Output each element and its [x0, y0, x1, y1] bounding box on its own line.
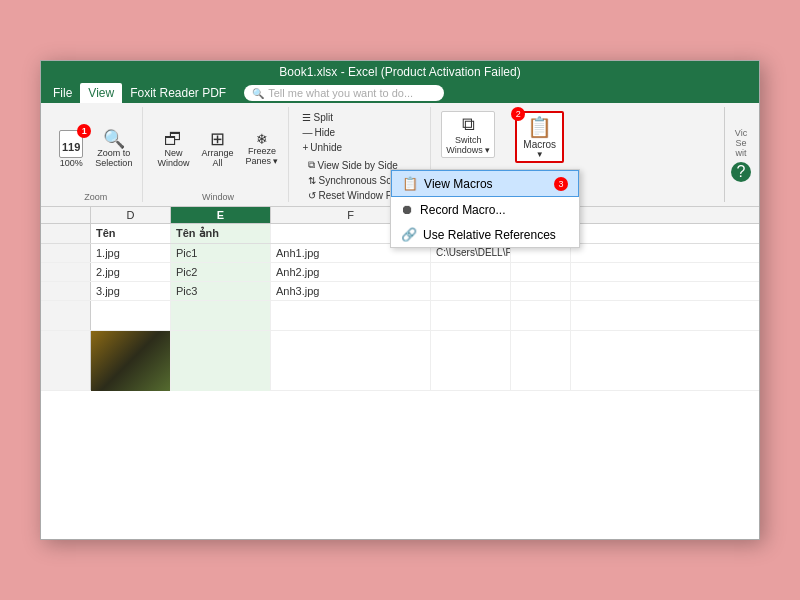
menu-foxit[interactable]: Foxit Reader PDF: [122, 83, 234, 103]
cell-d2[interactable]: 2.jpg: [91, 263, 171, 281]
search-icon: 🔍: [252, 88, 264, 99]
relative-ref-icon: 🔗: [401, 227, 417, 242]
freeze-panes-button[interactable]: ❄ Freeze Panes ▾: [241, 130, 282, 168]
menu-bar: File View Foxit Reader PDF 🔍 Tell me wha…: [41, 83, 759, 103]
table-row: 3.jpg Pic3 Anh3.jpg: [41, 282, 759, 301]
hide-button[interactable]: — Hide: [299, 126, 345, 139]
right-hint-panel: VicSewit ?: [724, 107, 751, 202]
view-macros-label: View Macros: [424, 177, 492, 191]
macros-label: Macros: [523, 139, 556, 150]
new-window-label2: Window: [157, 158, 189, 168]
unhide-icon: +: [302, 142, 308, 153]
macros-button[interactable]: 2 📋 Macros ▼: [515, 111, 564, 163]
menu-file[interactable]: File: [45, 83, 80, 103]
view-side-label: View Side by Side: [317, 160, 397, 171]
ribbon-group-macros: 2 📋 Macros ▼ 📋 View Macros 3 ⏺ Record Ma…: [509, 107, 570, 202]
window-title: Book1.xlsx - Excel (Product Activation F…: [279, 65, 520, 79]
search-box[interactable]: 🔍 Tell me what you want to do...: [244, 85, 444, 101]
zoom-percent: 100%: [60, 158, 83, 168]
image-preview-cell-g: [431, 331, 511, 391]
sync-scroll-icon: ⇅: [308, 175, 316, 186]
row-num-1: [41, 244, 91, 262]
search-placeholder: Tell me what you want to do...: [268, 87, 413, 99]
record-macro-icon: ⏺: [401, 202, 414, 217]
badge-1: 1: [77, 124, 91, 138]
arrange-all-icon: ⊞: [210, 130, 225, 148]
cell-e2[interactable]: Pic2: [171, 263, 271, 281]
macros-dropdown: 📋 View Macros 3 ⏺ Record Macro... 🔗 Use …: [390, 169, 580, 248]
view-side-icon: ⧉: [308, 159, 315, 171]
image-preview-cell-f: [271, 331, 431, 391]
zoom-buttons: 119 100% 1 🔍 Zoom to Selection: [55, 107, 136, 190]
view-macros-icon: 📋: [402, 176, 418, 191]
arrange-all-label2: All: [212, 158, 222, 168]
record-macro-label: Record Macro...: [420, 203, 505, 217]
window-group-label: Window: [202, 192, 234, 202]
switch-windows-label: SwitchWindows ▾: [446, 135, 490, 155]
row-num-3: [41, 282, 91, 300]
col-header-d[interactable]: D: [91, 207, 171, 223]
cell-empty-g[interactable]: [431, 301, 511, 330]
ribbon-group-zoom: 119 100% 1 🔍 Zoom to Selection Zoom: [49, 107, 143, 202]
image-preview-cell-rest: [511, 331, 571, 391]
help-button[interactable]: ?: [731, 162, 751, 182]
header-cell-e[interactable]: Tên ảnh: [171, 224, 271, 243]
cell-f2[interactable]: Anh2.jpg: [271, 263, 431, 281]
cell-e3[interactable]: Pic3: [171, 282, 271, 300]
new-window-label: New: [164, 148, 182, 158]
cell-empty-e[interactable]: [171, 301, 271, 330]
spreadsheet-rows: Tên Tên ảnh 1.jpg Pic1 Anh1.jpg C:\Users…: [41, 224, 759, 539]
freeze-panes-label: Freeze: [248, 146, 276, 156]
cell-e1[interactable]: Pic1: [171, 244, 271, 262]
table-row: 2.jpg Pic2 Anh2.jpg: [41, 263, 759, 282]
menu-view[interactable]: View: [80, 83, 122, 103]
cell-empty-d[interactable]: [91, 301, 171, 330]
freeze-panes-label2: Panes ▾: [245, 156, 278, 166]
record-macro-item[interactable]: ⏺ Record Macro...: [391, 197, 579, 222]
excel-window: Book1.xlsx - Excel (Product Activation F…: [40, 60, 760, 540]
image-row-num: [41, 331, 91, 390]
spreadsheet-area: D E F G Tên Tên ảnh 1.jpg Pic1 Anh1.jp: [41, 207, 759, 539]
col-header-e[interactable]: E: [171, 207, 271, 223]
row-num-2: [41, 263, 91, 281]
new-window-icon: 🗗: [164, 130, 182, 148]
switch-windows-button[interactable]: ⧉ SwitchWindows ▾: [441, 111, 495, 158]
table-row-empty: [41, 301, 759, 331]
cell-g3[interactable]: [431, 282, 511, 300]
cell-rest3: [511, 282, 571, 300]
window-action-buttons: 🗗 New Window ⊞ Arrange All ❄ Freeze Pane…: [153, 107, 282, 190]
header-row-num: [41, 224, 91, 243]
row-num-empty: [41, 301, 91, 330]
split-icon: ☰: [302, 112, 311, 123]
arrange-all-button[interactable]: ⊞ Arrange All: [197, 128, 237, 170]
zoom-button[interactable]: 119 100% 1: [55, 128, 87, 170]
unhide-button[interactable]: + Unhide: [299, 141, 345, 154]
zoom-group-label: Zoom: [84, 192, 107, 202]
zoom-to-icon: 🔍: [103, 130, 125, 148]
zoom-to-selection-button[interactable]: 🔍 Zoom to Selection: [91, 128, 136, 170]
cell-g2[interactable]: [431, 263, 511, 281]
hide-icon: —: [302, 127, 312, 138]
ribbon-group-window-btns: 🗗 New Window ⊞ Arrange All ❄ Freeze Pane…: [147, 107, 289, 202]
row-num-header: [41, 207, 91, 223]
reset-pos-icon: ↺: [308, 190, 316, 201]
image-preview-cell-e: [171, 331, 271, 391]
cell-empty-rest: [511, 301, 571, 330]
cell-f3[interactable]: Anh3.jpg: [271, 282, 431, 300]
view-macros-item[interactable]: 📋 View Macros 3: [391, 170, 579, 197]
use-relative-references-item[interactable]: 🔗 Use Relative References: [391, 222, 579, 247]
header-cell-d[interactable]: Tên: [91, 224, 171, 243]
selection-label: Selection: [95, 158, 132, 168]
hide-label: Hide: [314, 127, 335, 138]
title-bar: Book1.xlsx - Excel (Product Activation F…: [41, 61, 759, 83]
new-window-button[interactable]: 🗗 New Window: [153, 128, 193, 170]
split-button[interactable]: ☰ Split: [299, 111, 345, 124]
cell-d1[interactable]: 1.jpg: [91, 244, 171, 262]
cell-empty-f[interactable]: [271, 301, 431, 330]
unhide-label: Unhide: [310, 142, 342, 153]
badge-2: 2: [511, 107, 525, 121]
freeze-panes-icon: ❄: [256, 132, 268, 146]
image-preview-cell: [91, 331, 171, 391]
macros-icon: 📋: [527, 115, 552, 139]
cell-d3[interactable]: 3.jpg: [91, 282, 171, 300]
